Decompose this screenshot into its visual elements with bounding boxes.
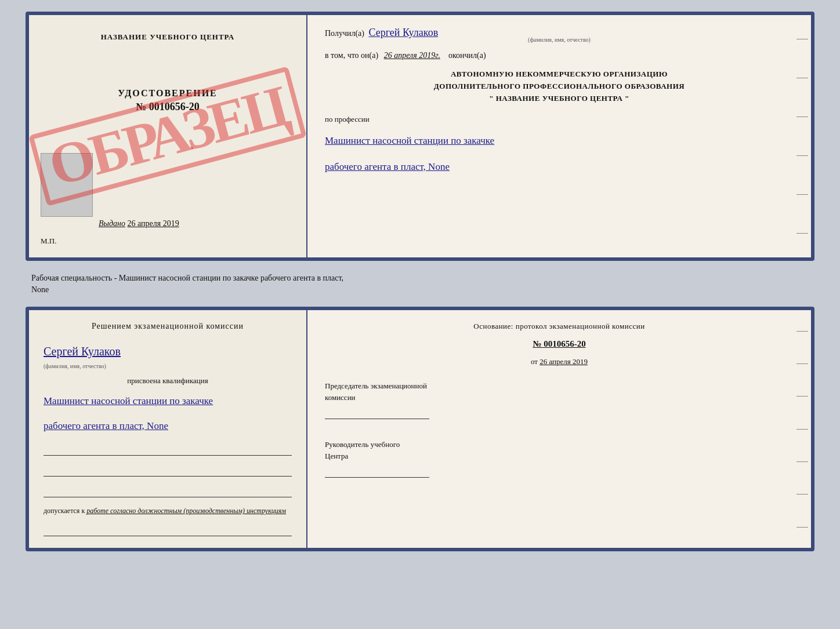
deco-line-b1 xyxy=(796,331,808,332)
deco-line-5 xyxy=(796,194,808,195)
deco-lines-right xyxy=(794,15,811,257)
vydano-date: 26 апреля 2019 xyxy=(128,219,179,228)
deco-line-b3 xyxy=(796,396,808,397)
deco-line-1 xyxy=(796,39,808,39)
date-ot-prefix: от xyxy=(531,357,538,366)
udostoverenie-num: № 0010656-20 xyxy=(118,101,218,113)
org-line3: " НАЗВАНИЕ УЧЕБНОГО ЦЕНТРА " xyxy=(325,93,794,105)
osnov-title: Основание: протокол экзаменационной коми… xyxy=(325,322,794,331)
chairman-block: Председатель экзаменационной комиссии xyxy=(325,380,794,419)
qual-line2: рабочего агента в пласт, None xyxy=(44,417,292,435)
received-line: Получил(а) Сергей Кулаков (фамилия, имя,… xyxy=(325,27,794,43)
date-line-top: в том, что он(а) 26 апреля 2019г. окончи… xyxy=(325,51,794,60)
underline-3 xyxy=(44,483,292,497)
допускается-italic: работе согласно должностным (производств… xyxy=(86,507,286,515)
person-name-bottom: Сергей Кулаков xyxy=(44,345,292,358)
date-ot-val: 26 апреля 2019 xyxy=(540,357,588,366)
bottom-right-panel: Основание: протокол экзаменационной коми… xyxy=(307,310,811,548)
deco-line-b6 xyxy=(796,494,808,495)
bottom-left-panel: Решением экзаменационной комиссии Сергей… xyxy=(29,310,307,548)
date-ot: от 26 апреля 2019 xyxy=(325,357,794,366)
separator-text: Рабочая специальность - Машинист насосно… xyxy=(26,272,814,295)
deco-line-6 xyxy=(796,233,808,234)
vydano-line: Выдано 26 апреля 2019 xyxy=(99,219,179,228)
center-name-top: НАЗВАНИЕ УЧЕБНОГО ЦЕНТРА xyxy=(101,32,235,42)
top-right-panel: Получил(а) Сергей Кулаков (фамилия, имя,… xyxy=(307,15,811,257)
допускается-label: допускается к работе согласно должностны… xyxy=(44,507,292,515)
head-label2: Центра xyxy=(325,452,348,460)
qual-line1: Машинист насосной станции по закачке xyxy=(44,392,292,410)
deco-line-4 xyxy=(796,155,808,156)
допускается-prefix: допускается к xyxy=(44,507,85,515)
sep-text1: Рабочая специальность - Машинист насосно… xyxy=(31,274,343,282)
photo-placeholder xyxy=(41,153,93,217)
received-prefix: Получил(а) xyxy=(325,29,364,38)
org-block: АВТОНОМНУЮ НЕКОММЕРЧЕСКУЮ ОРГАНИЗАЦИЮ ДО… xyxy=(325,68,794,104)
sep-text2: None xyxy=(31,285,49,294)
deco-line-b7 xyxy=(796,527,808,528)
top-left-panel: НАЗВАНИЕ УЧЕБНОГО ЦЕНТРА ОБРАЗЕЦ УДОСТОВ… xyxy=(29,15,307,257)
profession-label: по профессии xyxy=(325,115,794,124)
fio-label-bottom: (фамилия, имя, отчество) xyxy=(44,363,292,369)
head-label: Руководитель учебного Центра xyxy=(325,439,794,461)
chairman-sig-line xyxy=(325,405,429,419)
assigned-label: присвоена квалификация xyxy=(44,376,292,386)
deco-line-b4 xyxy=(796,429,808,430)
top-document: НАЗВАНИЕ УЧЕБНОГО ЦЕНТРА ОБРАЗЕЦ УДОСТОВ… xyxy=(26,12,814,261)
profession-cursive-line2: рабочего агента в пласт, None xyxy=(325,158,794,176)
chairman-label1: Председатель экзаменационной xyxy=(325,381,427,390)
vydano-prefix: Выдано xyxy=(99,219,125,228)
bottom-document: Решением экзаменационной комиссии Сергей… xyxy=(26,307,814,551)
deco-lines-right-bottom xyxy=(794,310,811,548)
commission-title: Решением экзаменационной комиссии xyxy=(44,322,292,331)
deco-line-3 xyxy=(796,117,808,117)
finished-label: окончил(а) xyxy=(448,51,486,60)
chairman-label: Председатель экзаменационной комиссии xyxy=(325,380,794,403)
protocol-num: № 0010656-20 xyxy=(325,339,794,349)
profession-cursive-line1: Машинист насосной станции по закачке xyxy=(325,132,794,150)
deco-line-b5 xyxy=(796,461,808,462)
udostoverenie-title: УДОСТОВЕРЕНИЕ xyxy=(118,88,218,99)
chairman-label2: комиссии xyxy=(325,393,356,402)
head-sig-line xyxy=(325,464,429,478)
udostoverenie-box: УДОСТОВЕРЕНИЕ № 0010656-20 xyxy=(118,88,218,113)
underline-4 xyxy=(44,522,292,536)
mp-label: М.П. xyxy=(41,237,56,246)
date-val-top: 26 апреля 2019г. xyxy=(384,51,440,60)
org-line1: АВТОНОМНУЮ НЕКОММЕРЧЕСКУЮ ОРГАНИЗАЦИЮ xyxy=(325,68,794,81)
received-name: Сергей Кулаков xyxy=(368,27,438,38)
deco-line-2 xyxy=(796,78,808,78)
underline-2 xyxy=(44,463,292,477)
org-line2: ДОПОЛНИТЕЛЬНОГО ПРОФЕССИОНАЛЬНОГО ОБРАЗО… xyxy=(325,81,794,93)
head-label1: Руководитель учебного xyxy=(325,440,400,449)
date-prefix: в том, что он(а) xyxy=(325,51,378,60)
underline-1 xyxy=(44,442,292,456)
head-block: Руководитель учебного Центра xyxy=(325,439,794,478)
deco-line-b2 xyxy=(796,363,808,364)
